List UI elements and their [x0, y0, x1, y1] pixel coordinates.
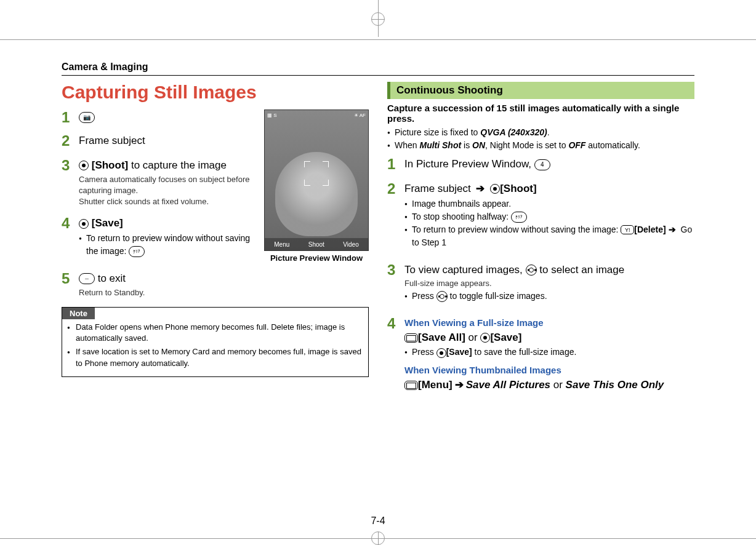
preview-image: ▦ S☀ AF Menu Shoot Video [264, 109, 369, 251]
step-text: to capture the image [128, 159, 227, 171]
center-key-icon [490, 184, 500, 194]
crop-register [371, 531, 385, 545]
center-key-icon [480, 333, 490, 343]
shoot-label: [Shoot] [92, 159, 128, 171]
right-column: Continuous Shooting Capture a succession… [387, 82, 694, 402]
end-key-icon: ⏤ [79, 273, 95, 284]
save-all-label: [Save All] [418, 332, 465, 343]
intro-text: Capture a succession of 15 still images … [387, 103, 694, 124]
nav-key-icon [436, 291, 448, 302]
step-bullet: To return to preview window without savi… [404, 223, 694, 249]
step-number: 5 [62, 271, 79, 298]
shoot-label: [Shoot] [500, 183, 536, 194]
section-header: Camera & Imaging [62, 62, 694, 76]
four-key-icon: 4 [534, 159, 550, 170]
page-number: 7-4 [371, 515, 385, 527]
mail-key-icon [404, 333, 418, 343]
center-key-icon [79, 219, 89, 229]
step-number: 1 [62, 110, 79, 125]
note-item: If save location is set to Memory Card a… [67, 346, 363, 368]
step-4: 4 [Save] To return to preview window wit… [62, 216, 252, 263]
r-step-3: 3 To view captured images, to select an … [387, 263, 694, 308]
step-bullet: Image thumbnails appear. [404, 197, 694, 210]
intro-bullet: Picture size is fixed to QVGA (240x320). [387, 126, 694, 139]
sub-heading: When Viewing a Full-size Image [404, 316, 694, 329]
menu-option: Save This One Only [566, 379, 664, 391]
subsection-heading: Continuous Shooting [387, 82, 694, 99]
intro-bullet: When Multi Shot is ON, Night Mode is set… [387, 139, 694, 152]
crop-mark [0, 39, 756, 40]
step-number: 3 [387, 263, 404, 308]
center-key-icon [436, 348, 446, 358]
camera-key-icon: 📷 [79, 112, 95, 123]
step-text: to exit [95, 272, 126, 284]
preview-caption: Picture Preview Window [264, 253, 369, 263]
step-sub: Full-size image appears. [404, 278, 694, 289]
manual-page: Camera & Imaging Capturing Still Images … [62, 62, 694, 402]
step-text: In Picture Preview Window, [404, 158, 534, 170]
step-sub: Shutter click sounds at fixed volume. [79, 196, 252, 207]
menu-option: Save All Pictures [466, 379, 550, 391]
mail-key-icon [404, 381, 418, 390]
step-text: Frame subject [404, 183, 473, 194]
step-bullet: Press to toggle full-size images. [404, 290, 694, 303]
preview-figure: ▦ S☀ AF Menu Shoot Video Picture Preview… [264, 109, 369, 263]
step-number: 2 [387, 181, 404, 254]
nav-key-icon [526, 265, 537, 276]
step-number: 2 [62, 133, 79, 149]
step-5: 5 ⏤ to exit Return to Standby. [62, 271, 252, 298]
softkey-center: Shoot [308, 241, 324, 248]
step-sub: Camera automatically focuses on subject … [79, 174, 252, 196]
save-label: [Save] [490, 332, 521, 343]
crop-register [371, 12, 385, 26]
step-text: To view captured images, [404, 264, 526, 276]
softkey-left: Menu [274, 241, 289, 248]
step-2: 2 Frame subject [62, 133, 252, 149]
r-step-1: 1 In Picture Preview Window, 4 [387, 157, 694, 173]
step-1: 1 📷 [62, 110, 252, 125]
sub-heading: When Viewing Thumbnailed Images [404, 364, 694, 376]
left-column: Capturing Still Images 1 📷 2 Frame subje… [62, 82, 369, 402]
save-label: [Save] [92, 217, 123, 229]
page-title: Capturing Still Images [62, 82, 369, 103]
step-number: 4 [62, 216, 79, 263]
center-key-icon [79, 161, 89, 170]
step-number: 1 [387, 157, 404, 173]
r-step-2: 2 Frame subject ➔ [Shoot] Image thumbnai… [387, 181, 694, 254]
menu-label: [Menu] [418, 379, 452, 391]
note-box: Note Data Folder opens when Phone memory… [62, 307, 369, 377]
clear-key-icon: ｸﾘｱ [129, 246, 145, 257]
r-step-4: 4 When Viewing a Full-size Image [Save A… [387, 316, 694, 394]
step-bullet: Press [Save] to save the full-size image… [404, 346, 694, 359]
step-3: 3 [Shoot] to capture the image Camera au… [62, 158, 252, 207]
step-number: 3 [62, 158, 79, 207]
step-sub: Return to Standby. [79, 287, 252, 298]
step-number: 4 [387, 316, 404, 394]
step-bullet: To stop shooting halfway: ｸﾘｱ [404, 210, 694, 223]
step-bullet: To return to preview window without savi… [79, 232, 252, 258]
step-text: to select an image [537, 264, 625, 276]
softkey-right: Video [343, 241, 358, 248]
y-key-icon: Y! [621, 225, 634, 234]
note-item: Data Folder opens when Phone memory beco… [67, 322, 363, 344]
clear-key-icon: ｸﾘｱ [511, 212, 527, 223]
note-label: Note [62, 308, 95, 319]
step-text: Frame subject [79, 133, 252, 148]
